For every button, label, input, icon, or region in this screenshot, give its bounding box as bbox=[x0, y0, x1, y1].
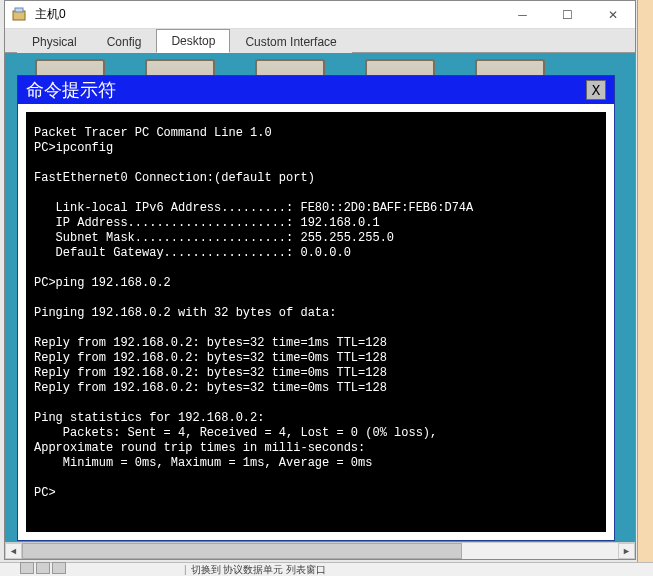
command-prompt-titlebar: 命令提示符 X bbox=[18, 76, 614, 104]
desktop-area: 命令提示符 X Packet Tracer PC Command Line 1.… bbox=[5, 53, 635, 559]
window-controls: ─ ☐ ✕ bbox=[500, 1, 635, 28]
tab-bar: Physical Config Desktop Custom Interface bbox=[5, 29, 635, 53]
minimize-button[interactable]: ─ bbox=[500, 1, 545, 28]
scroll-thumb[interactable] bbox=[22, 543, 462, 559]
command-prompt-window: 命令提示符 X Packet Tracer PC Command Line 1.… bbox=[17, 75, 615, 541]
status-icon[interactable] bbox=[20, 562, 34, 574]
status-icon[interactable] bbox=[36, 562, 50, 574]
separator-icon: | bbox=[184, 564, 187, 575]
scroll-right-button[interactable]: ► bbox=[618, 543, 635, 559]
window-title: 主机0 bbox=[35, 6, 500, 23]
status-icon[interactable] bbox=[52, 562, 66, 574]
tab-physical[interactable]: Physical bbox=[17, 30, 92, 53]
horizontal-scrollbar: ◄ ► bbox=[5, 542, 635, 559]
tab-config[interactable]: Config bbox=[92, 30, 157, 53]
tab-custom-interface[interactable]: Custom Interface bbox=[230, 30, 351, 53]
svg-rect-1 bbox=[15, 8, 23, 12]
terminal-output[interactable]: Packet Tracer PC Command Line 1.0 PC>ipc… bbox=[26, 112, 606, 532]
status-bar: | 切换到 协议数据单元 列表窗口 bbox=[0, 562, 653, 576]
maximize-button[interactable]: ☐ bbox=[545, 1, 590, 28]
titlebar: 主机0 ─ ☐ ✕ bbox=[5, 1, 635, 29]
command-prompt-close-button[interactable]: X bbox=[586, 80, 606, 100]
scroll-left-button[interactable]: ◄ bbox=[5, 543, 22, 559]
app-icon bbox=[11, 6, 29, 24]
tab-desktop[interactable]: Desktop bbox=[156, 29, 230, 53]
main-window: 主机0 ─ ☐ ✕ Physical Config Desktop Custom… bbox=[4, 0, 636, 560]
close-button[interactable]: ✕ bbox=[590, 1, 635, 28]
command-prompt-title: 命令提示符 bbox=[26, 78, 586, 102]
status-text: 切换到 协议数据单元 列表窗口 bbox=[191, 563, 327, 577]
scroll-track[interactable] bbox=[22, 543, 618, 559]
background-right-strip bbox=[637, 0, 653, 576]
status-icons bbox=[20, 562, 80, 576]
